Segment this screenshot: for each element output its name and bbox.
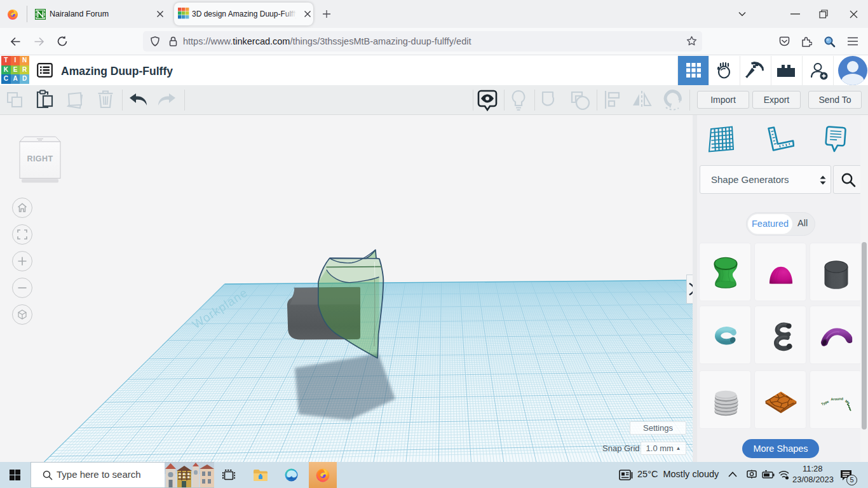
svg-text:Type: Type: [821, 400, 829, 407]
svg-text:Around: Around: [831, 397, 843, 401]
svg-text:RIGHT: RIGHT: [27, 154, 53, 163]
